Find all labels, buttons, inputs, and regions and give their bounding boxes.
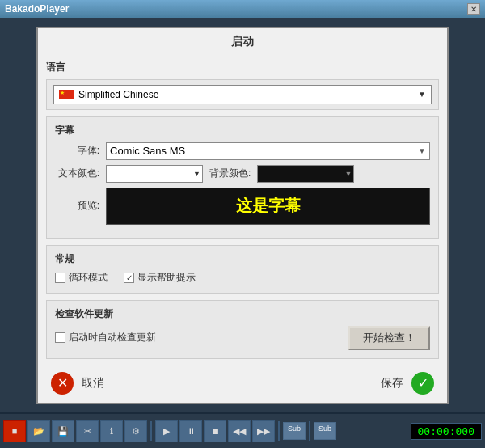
- play-controls: ▶ ⏸ ⏹ ◀◀ ▶▶: [155, 420, 275, 442]
- dialog-footer: ✕ 取消 保存 ✓: [38, 366, 447, 403]
- font-dropdown[interactable]: Comic Sans MS ▼: [106, 142, 430, 160]
- preview-label: 预览:: [55, 199, 99, 213]
- text-color-arrow-icon: ▼: [193, 170, 200, 178]
- language-dropdown[interactable]: Simplified Chinese ▼: [53, 85, 432, 104]
- general-label: 常规: [55, 252, 430, 266]
- update-label: 检查软件更新: [55, 307, 430, 321]
- save-button-label[interactable]: 保存: [381, 376, 403, 391]
- main-area: 启动 语言 Simplified Chinese ▼ 字幕 字体:: [0, 18, 485, 412]
- settings-dialog: 启动 语言 Simplified Chinese ▼ 字幕 字体:: [36, 27, 449, 404]
- open-folder-button[interactable]: 📂: [27, 420, 50, 442]
- toolbar-separator-3: [309, 421, 310, 441]
- general-section: 常规 循环模式 显示帮助提示: [46, 245, 439, 294]
- auto-check-label: 启动时自动检查更新: [69, 331, 156, 344]
- sub-on-button[interactable]: Sub: [283, 422, 306, 440]
- font-dropdown-arrow-icon: ▼: [418, 146, 426, 155]
- close-button[interactable]: ✕: [467, 3, 480, 15]
- font-value-text: Comic Sans MS: [110, 145, 185, 157]
- window-title: BakadoPlayer: [5, 3, 69, 15]
- stop-playback-button[interactable]: ⏹: [204, 420, 226, 442]
- help-tips-item: 显示帮助提示: [124, 271, 196, 285]
- time-text: 00:00:00: [418, 425, 469, 437]
- stop-button[interactable]: ■: [3, 420, 26, 442]
- text-color-picker[interactable]: ▼: [106, 165, 203, 183]
- play-button[interactable]: ▶: [155, 420, 178, 442]
- cancel-icon-button[interactable]: ✕: [51, 372, 74, 395]
- language-label: 语言: [46, 61, 439, 74]
- title-bar: BakadoPlayer ✕: [0, 0, 485, 18]
- language-dropdown-arrow-icon: ▼: [418, 90, 426, 99]
- text-color-label: 文本颜色:: [55, 167, 99, 180]
- cn-flag-icon: [59, 90, 74, 99]
- preview-text: 这是字幕: [236, 195, 301, 217]
- bg-color-arrow-icon: ▼: [344, 170, 352, 178]
- pause-button[interactable]: ⏸: [179, 420, 202, 442]
- footer-left: ✕ 取消: [51, 372, 104, 395]
- color-row: 文本颜色: ▼ 背景颜色: ▼: [55, 165, 430, 183]
- help-tips-checkbox[interactable]: [124, 273, 134, 283]
- loop-mode-checkbox[interactable]: [55, 273, 65, 283]
- save-icon-button[interactable]: ✓: [411, 372, 434, 395]
- cancel-button-label[interactable]: 取消: [82, 376, 104, 391]
- save-file-button[interactable]: 💾: [52, 420, 74, 442]
- auto-check-group: 启动时自动检查更新: [55, 331, 156, 344]
- preview-box: 这是字幕: [106, 188, 430, 225]
- update-section: 检查软件更新 启动时自动检查更新 开始检查！: [46, 300, 439, 359]
- preview-row: 预览: 这是字幕: [55, 188, 430, 225]
- bg-color-label: 背景颜色:: [209, 167, 251, 180]
- sub-off-button[interactable]: Sub: [314, 422, 336, 440]
- toolbar-separator-1: [150, 421, 152, 441]
- bottom-toolbar: ■ 📂 💾 ✂ ℹ ⚙ ▶ ⏸ ⏹ ◀◀ ▶▶ Sub Sub 00:00:00…: [0, 412, 485, 448]
- update-row: 启动时自动检查更新 开始检查！: [55, 326, 430, 350]
- language-section: 语言 Simplified Chinese ▼: [46, 61, 439, 110]
- toolbar-separator-2: [278, 421, 280, 441]
- info-button[interactable]: ℹ: [100, 420, 123, 442]
- settings-button[interactable]: ⚙: [124, 420, 147, 442]
- dialog-title: 启动: [38, 28, 447, 54]
- auto-check-checkbox[interactable]: [55, 332, 65, 343]
- bg-color-picker[interactable]: ▼: [257, 165, 354, 183]
- cut-button[interactable]: ✂: [76, 420, 99, 442]
- subtitle-label: 字幕: [55, 124, 430, 137]
- general-row: 循环模式 显示帮助提示: [55, 271, 430, 285]
- check-updates-button[interactable]: 开始检查！: [348, 326, 430, 350]
- font-label: 字体:: [55, 144, 99, 158]
- loop-mode-item: 循环模式: [55, 271, 108, 285]
- forward-button[interactable]: ▶▶: [252, 420, 275, 442]
- font-row: 字体: Comic Sans MS ▼: [55, 142, 430, 160]
- loop-mode-label: 循环模式: [69, 271, 108, 285]
- language-selected-text: Simplified Chinese: [78, 89, 158, 100]
- subtitle-section: 字幕 字体: Comic Sans MS ▼ 文本颜色: ▼ 背景颜色:: [46, 116, 439, 239]
- rewind-button[interactable]: ◀◀: [228, 420, 251, 442]
- help-tips-label: 显示帮助提示: [137, 271, 196, 285]
- footer-right: 保存 ✓: [381, 372, 434, 395]
- time-display: 00:00:000: [411, 423, 482, 440]
- frame-text: 0: [468, 425, 474, 437]
